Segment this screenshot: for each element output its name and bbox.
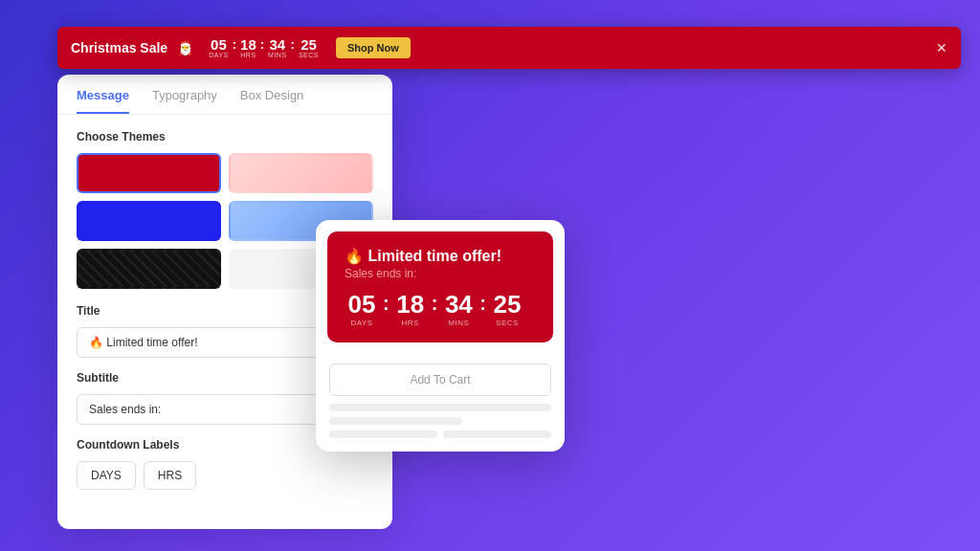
shop-now-button[interactable]: Shop Now — [336, 37, 411, 58]
banner-secs-value: 25 — [301, 37, 317, 52]
preview-body: Add To Cart — [316, 354, 565, 452]
banner-colon-2: : — [260, 37, 264, 52]
tab-box-design[interactable]: Box Design — [240, 88, 303, 114]
theme-pink[interactable] — [229, 153, 373, 193]
banner-timer: 05 DAYS : 18 HRS : 34 MINS : 25 SECS — [209, 37, 319, 59]
theme-blue[interactable] — [77, 201, 221, 241]
preview-line-sm-1 — [329, 430, 437, 438]
banner-mins-label: MINS — [268, 52, 287, 58]
preview-lines — [329, 404, 551, 438]
theme-red[interactable] — [77, 153, 221, 193]
preview-offer-subtitle: Sales ends in: — [345, 267, 536, 280]
theme-dark[interactable] — [77, 249, 221, 289]
banner-emoji: 🎅 — [177, 40, 193, 55]
preview-days-label: DAYS — [350, 319, 372, 327]
editor-tabs: Message Typography Box Design — [57, 75, 392, 115]
preview-line-2 — [329, 417, 462, 425]
banner-close-icon[interactable]: ✕ — [936, 40, 947, 55]
banner-secs: 25 SECS — [299, 37, 319, 58]
banner-mins: 34 MINS — [268, 37, 287, 58]
choose-themes-label: Choose Themes — [77, 130, 373, 143]
banner-mins-value: 34 — [270, 37, 286, 52]
preview-days: 05 DAYS — [345, 292, 379, 327]
banner-hrs-label: HRS — [240, 52, 256, 58]
banner-days-label: DAYS — [209, 52, 229, 58]
banner-hrs: 18 HRS — [240, 37, 256, 58]
banner-days: 05 DAYS — [209, 37, 229, 58]
preview-hrs: 18 HRS — [393, 292, 428, 327]
preview-line-row — [329, 430, 551, 438]
preview-secs-value: 25 — [494, 292, 522, 317]
preview-colon-1: : — [381, 293, 391, 315]
countdown-labels-row: DAYS HRS — [77, 461, 373, 490]
label-days[interactable]: DAYS — [77, 461, 136, 490]
tab-typography[interactable]: Typography — [152, 88, 217, 114]
preview-timer: 05 DAYS : 18 HRS : 34 MINS : 25 SECS — [345, 292, 536, 327]
preview-offer-title: 🔥 Limited time offer! — [345, 247, 536, 265]
preview-colon-2: : — [430, 293, 440, 315]
banner-secs-label: SECS — [299, 52, 319, 58]
preview-card: 🔥 Limited time offer! Sales ends in: 05 … — [316, 220, 565, 452]
label-hrs[interactable]: HRS — [144, 461, 196, 490]
preview-mins: 34 MINS — [441, 292, 476, 327]
preview-offer-box: 🔥 Limited time offer! Sales ends in: 05 … — [327, 231, 553, 342]
preview-mins-value: 34 — [445, 292, 473, 317]
banner-colon-3: : — [291, 37, 295, 52]
preview-colon-3: : — [478, 293, 488, 315]
preview-hrs-value: 18 — [396, 292, 424, 317]
tab-message[interactable]: Message — [77, 88, 129, 114]
preview-hrs-label: HRS — [401, 319, 418, 327]
banner-colon-1: : — [233, 37, 236, 52]
preview-secs-label: SECS — [496, 319, 519, 327]
preview-days-value: 05 — [348, 292, 376, 317]
christmas-banner: Christmas Sale 🎅 05 DAYS : 18 HRS : 34 M… — [57, 27, 961, 69]
preview-line-1 — [329, 404, 551, 411]
banner-days-value: 05 — [211, 37, 227, 52]
banner-hrs-value: 18 — [240, 37, 256, 52]
banner-title: Christmas Sale — [71, 40, 167, 55]
add-to-cart-button[interactable]: Add To Cart — [329, 364, 551, 396]
preview-mins-label: MINS — [448, 319, 469, 327]
preview-secs: 25 SECS — [490, 292, 524, 327]
preview-line-sm-2 — [443, 430, 551, 438]
